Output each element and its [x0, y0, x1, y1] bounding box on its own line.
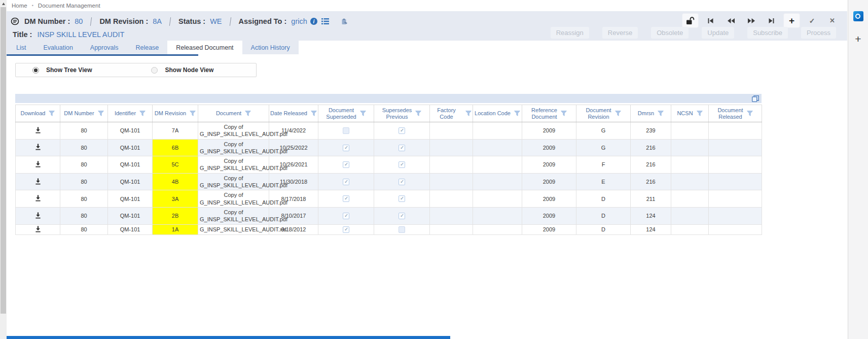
download-icon[interactable] — [35, 178, 41, 185]
supersedes-previous-checkbox[interactable] — [399, 127, 405, 134]
document-superseded-cell — [318, 139, 374, 156]
reverse-button[interactable]: Reverse — [602, 27, 638, 39]
vertical-scrollbar[interactable] — [0, 0, 7, 339]
tab-evaluation[interactable]: Evaluation — [34, 41, 81, 54]
fast-forward-icon[interactable] — [743, 14, 759, 27]
go-last-icon[interactable] — [764, 14, 779, 27]
filter-icon[interactable] — [139, 111, 146, 116]
factory-code-cell — [430, 224, 473, 234]
filter-icon[interactable] — [747, 111, 753, 116]
tab-list[interactable]: List — [8, 41, 34, 54]
filter-icon[interactable] — [465, 111, 472, 116]
export-grid-icon[interactable] — [752, 95, 759, 102]
assigned-to-value[interactable]: grich — [291, 17, 307, 25]
filter-icon[interactable] — [561, 111, 567, 116]
supersedes-previous-checkbox[interactable] — [399, 226, 405, 233]
document-superseded-checkbox[interactable] — [343, 179, 349, 185]
download-icon[interactable] — [35, 144, 41, 150]
document-superseded-checkbox[interactable] — [343, 127, 349, 134]
supersedes-previous-checkbox[interactable] — [399, 213, 405, 219]
filter-icon[interactable] — [49, 111, 55, 116]
tab-approvals[interactable]: Approvals — [82, 41, 127, 54]
column-header-document-released[interactable]: DocumentReleased — [709, 105, 762, 122]
tab-action-history[interactable]: Action History — [242, 41, 299, 54]
breadcrumb-home[interactable]: Home — [12, 3, 27, 9]
obsolete-button[interactable]: Obsolete — [651, 27, 689, 39]
column-header-document-superseded[interactable]: DocumentSuperseded — [318, 105, 374, 122]
download-icon[interactable] — [35, 212, 41, 219]
filter-icon[interactable] — [697, 111, 703, 116]
go-first-icon[interactable] — [703, 14, 718, 27]
info-icon[interactable]: i — [310, 18, 317, 25]
close-icon[interactable]: ✕ — [824, 14, 840, 27]
subscribe-button[interactable]: Subscribe — [747, 27, 788, 39]
identifier-cell: QM-101 — [108, 207, 153, 224]
filter-icon[interactable] — [190, 111, 196, 116]
download-icon[interactable] — [35, 226, 41, 232]
document-superseded-checkbox[interactable] — [343, 145, 349, 151]
document-superseded-checkbox[interactable] — [343, 213, 349, 219]
view-option-show-node-view[interactable]: Show Node View — [151, 66, 213, 74]
tab-released-document[interactable]: Released Document — [167, 41, 242, 54]
filter-icon[interactable] — [360, 111, 366, 116]
filter-icon[interactable] — [98, 111, 104, 116]
ncsn-cell — [671, 224, 709, 234]
outlook-icon[interactable] — [853, 11, 863, 21]
column-header-date-released[interactable]: Date Released — [269, 105, 318, 122]
dm-revision-value[interactable]: 8A — [153, 17, 162, 25]
document-superseded-checkbox[interactable] — [343, 226, 349, 233]
download-icon[interactable] — [35, 161, 41, 167]
scrollbar-thumb[interactable] — [1, 7, 6, 314]
view-option-show-tree-view[interactable]: Show Tree View — [32, 66, 92, 74]
column-header-dm-number[interactable]: DM Number — [60, 105, 108, 122]
column-header-supersedes-previous[interactable]: SupersedesPrevious — [374, 105, 430, 122]
download-icon[interactable] — [35, 127, 41, 133]
list-view-icon[interactable] — [321, 18, 329, 24]
tab-release[interactable]: Release — [127, 41, 167, 54]
fast-backward-icon[interactable] — [723, 14, 739, 27]
filter-icon[interactable] — [514, 111, 520, 116]
supersedes-previous-cell — [374, 122, 430, 140]
supersedes-previous-checkbox[interactable] — [399, 161, 405, 168]
column-header-identifier[interactable]: Identifier — [108, 105, 153, 122]
download-icon[interactable] — [35, 195, 41, 201]
column-header-document-revision[interactable]: DocumentRevision — [576, 105, 631, 122]
document-superseded-checkbox[interactable] — [343, 195, 349, 202]
dmrsn-cell: 211 — [631, 190, 671, 208]
column-header-reference-document[interactable]: ReferenceDocument — [522, 105, 576, 122]
identifier-cell: QM-101 — [108, 122, 153, 140]
column-header-dmrsn[interactable]: Dmrsn — [631, 105, 671, 122]
scrollbar-up-button[interactable] — [0, 0, 7, 7]
unlock-icon[interactable] — [682, 14, 698, 27]
check-icon[interactable]: ✓ — [804, 14, 820, 27]
filter-icon[interactable] — [415, 111, 421, 116]
radio-icon[interactable] — [32, 67, 39, 74]
filter-icon[interactable] — [615, 111, 621, 116]
filter-icon[interactable] — [311, 111, 317, 116]
add-icon[interactable]: + — [784, 14, 800, 27]
status-label: Status : — [178, 17, 205, 25]
column-header-download[interactable]: Download — [16, 105, 60, 122]
supersedes-previous-checkbox[interactable] — [399, 195, 405, 202]
filter-icon[interactable] — [658, 111, 664, 116]
breadcrumb-separator-icon: • — [32, 3, 33, 8]
clipboard-icon[interactable] — [341, 18, 348, 25]
radio-icon[interactable] — [151, 67, 158, 74]
column-header-location-code[interactable]: Location Code — [473, 105, 522, 122]
column-header-factory-code[interactable]: Factory Code — [430, 105, 473, 122]
process-button[interactable]: Process — [801, 27, 836, 39]
document-revision-cell: D — [576, 190, 631, 208]
reassign-button[interactable]: Reassign — [551, 27, 589, 39]
update-button[interactable]: Update — [702, 27, 734, 39]
supersedes-previous-checkbox[interactable] — [399, 145, 405, 151]
browser-sidebar: + — [848, 0, 868, 339]
column-header-dm-revision[interactable]: DM Revision — [153, 105, 198, 122]
dm-number-value[interactable]: 80 — [75, 17, 83, 25]
filter-icon[interactable] — [245, 111, 251, 116]
sidebar-add-button[interactable]: + — [848, 33, 868, 44]
column-header-ncsn[interactable]: NCSN — [671, 105, 709, 122]
supersedes-previous-checkbox[interactable] — [399, 179, 405, 185]
status-value[interactable]: WE — [210, 17, 222, 25]
column-header-document[interactable]: Document — [198, 105, 269, 122]
document-superseded-checkbox[interactable] — [343, 161, 349, 168]
